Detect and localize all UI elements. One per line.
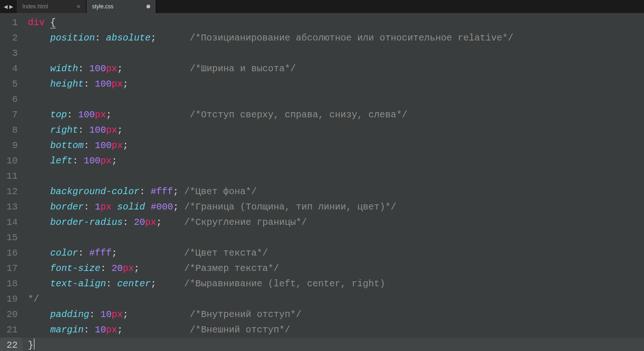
line-number: 17: [0, 261, 22, 276]
line-number: 19: [0, 291, 22, 307]
code-line[interactable]: font-size: 20px; /*Размер текста*/: [28, 261, 644, 276]
line-number: 8: [0, 122, 22, 138]
code-line[interactable]: height: 100px;: [28, 76, 644, 92]
line-number: 4: [0, 61, 22, 76]
line-number: 6: [0, 92, 22, 107]
tab-label: Index.html: [22, 3, 72, 10]
code-line[interactable]: text-align: center; /*Выравнивание (left…: [28, 276, 644, 291]
code-line[interactable]: width: 100px; /*Ширина и высота*/: [28, 61, 644, 76]
line-number: 18: [0, 276, 22, 291]
code-line[interactable]: }: [28, 338, 644, 351]
code-line[interactable]: [28, 230, 644, 245]
text-cursor: [34, 338, 34, 350]
line-number: 20: [0, 307, 22, 322]
code-line[interactable]: border-radius: 20px; /*Скругление границ…: [28, 215, 644, 230]
editor: 12345678910111213141516171819202122 div …: [0, 13, 644, 351]
code-line[interactable]: border: 1px solid #000; /*Граница (Толщи…: [28, 199, 644, 215]
code-line[interactable]: padding: 10px; /*Внутрений отступ*/: [28, 307, 644, 322]
code-line[interactable]: [28, 169, 644, 184]
tab-bar: ◀ ▶ Index.html × style.css: [0, 0, 644, 13]
nav-right-icon[interactable]: ▶: [8, 4, 14, 10]
code-area[interactable]: div { position: absolute; /*Позицианиров…: [22, 13, 644, 351]
code-line[interactable]: bottom: 100px;: [28, 138, 644, 153]
code-line[interactable]: background-color: #fff; /*Цвет фона*/: [28, 184, 644, 199]
nav-left-icon[interactable]: ◀: [3, 4, 8, 10]
tab-index-html[interactable]: Index.html ×: [17, 0, 86, 13]
line-number: 16: [0, 245, 22, 261]
code-line[interactable]: right: 100px;: [28, 122, 644, 138]
code-line[interactable]: [28, 46, 644, 61]
line-number: 3: [0, 46, 22, 61]
code-line[interactable]: top: 100px; /*Отступ сверху, справа, сни…: [28, 107, 644, 122]
line-number-gutter: 12345678910111213141516171819202122: [0, 13, 22, 351]
code-line[interactable]: color: #fff; /*Цвет текста*/: [28, 245, 644, 261]
line-number: 21: [0, 322, 22, 338]
line-number: 5: [0, 76, 22, 92]
line-number: 13: [0, 199, 22, 215]
code-line[interactable]: div {: [28, 15, 644, 30]
line-number: 1: [0, 15, 22, 30]
dirty-indicator-icon: [146, 5, 150, 8]
line-number: 14: [0, 215, 22, 230]
code-line[interactable]: margin: 10px; /*Внешний отступ*/: [28, 322, 644, 338]
line-number: 22: [0, 338, 22, 351]
line-number: 2: [0, 30, 22, 46]
line-number: 9: [0, 138, 22, 153]
line-number: 10: [0, 153, 22, 169]
nav-arrows: ◀ ▶: [0, 4, 17, 10]
line-number: 11: [0, 169, 22, 184]
line-number: 12: [0, 184, 22, 199]
line-number: 15: [0, 230, 22, 245]
code-line[interactable]: */: [28, 291, 644, 307]
line-number: 7: [0, 107, 22, 122]
code-line[interactable]: position: absolute; /*Позицианирование а…: [28, 30, 644, 46]
close-icon[interactable]: ×: [72, 3, 80, 10]
tab-label: style.css: [92, 3, 142, 10]
tab-style-css[interactable]: style.css: [86, 0, 156, 13]
code-line[interactable]: [28, 92, 644, 107]
code-line[interactable]: left: 100px;: [28, 153, 644, 169]
